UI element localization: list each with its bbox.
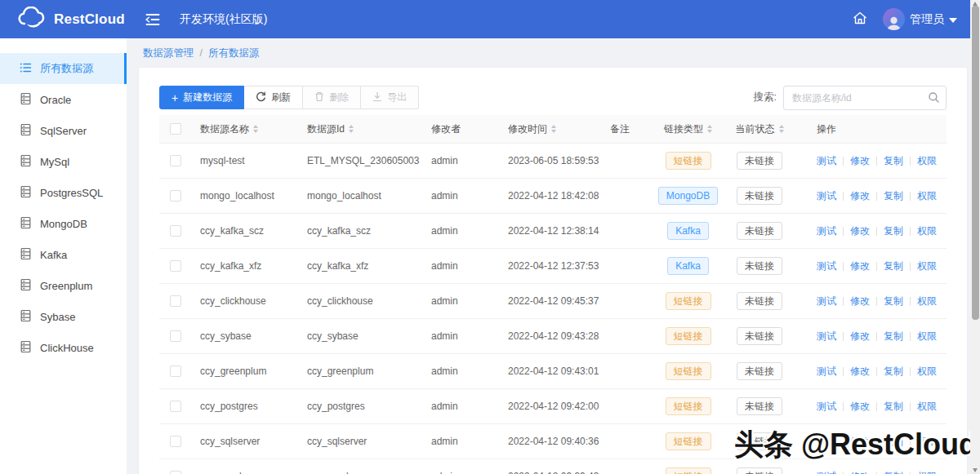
action-link-copy[interactable]: 复制 [884, 189, 903, 203]
action-link-test[interactable]: 测试 [817, 189, 836, 203]
row-checkbox[interactable] [170, 295, 181, 307]
action-divider [910, 297, 911, 306]
action-divider [876, 402, 877, 411]
action-link-permission[interactable]: 权限 [917, 295, 937, 308]
datasource-name-cell: ccy_sybase [192, 330, 302, 342]
action-link-copy[interactable]: 复制 [884, 154, 903, 168]
action-link-test[interactable]: 测试 [817, 470, 836, 474]
action-link-test[interactable]: 测试 [817, 154, 836, 168]
action-link-permission[interactable]: 权限 [917, 154, 937, 168]
sidebar-item-oracle[interactable]: Oracle [0, 84, 127, 115]
action-link-edit[interactable]: 修改 [850, 189, 870, 203]
status-cell: 未链接 [723, 397, 796, 415]
action-link-edit[interactable]: 修改 [850, 365, 870, 379]
breadcrumb: 数据源管理 / 所有数据源 [127, 38, 980, 68]
scrollbar-thumb[interactable] [972, 6, 979, 320]
home-icon[interactable] [852, 10, 868, 29]
row-checkbox[interactable] [170, 401, 181, 412]
export-button[interactable]: 导出 [361, 86, 419, 109]
action-link-test[interactable]: 测试 [817, 330, 836, 343]
scroll-down-arrow-icon[interactable] [973, 468, 978, 472]
sidebar-item-postgressql[interactable]: PostgresSQL [0, 177, 127, 208]
list-icon [20, 62, 32, 76]
sidebar-item-kafka[interactable]: Kafka [0, 239, 127, 270]
header-cell[interactable]: 当前状态 [723, 122, 796, 136]
row-checkbox-cell [159, 260, 192, 272]
action-link-permission[interactable]: 权限 [917, 189, 937, 203]
action-link-permission[interactable]: 权限 [917, 470, 937, 474]
action-link-test[interactable]: 测试 [817, 400, 836, 414]
row-checkbox[interactable] [170, 436, 181, 447]
row-checkbox[interactable] [170, 225, 181, 237]
action-link-permission[interactable]: 权限 [917, 224, 937, 238]
search-icon[interactable] [928, 91, 940, 107]
sort-icon[interactable] [779, 125, 784, 133]
action-link-permission[interactable]: 权限 [917, 365, 937, 379]
row-checkbox[interactable] [170, 365, 181, 377]
action-link-permission[interactable]: 权限 [917, 259, 937, 273]
action-link-edit[interactable]: 修改 [850, 470, 870, 474]
sidebar-item-label: Sybase [40, 311, 75, 323]
brand-logo[interactable]: RestCloud [0, 7, 129, 33]
header-cell-checkbox [159, 123, 192, 135]
user-menu[interactable]: 管理员 [883, 8, 957, 30]
action-link-copy[interactable]: 复制 [884, 400, 903, 414]
header-cell[interactable]: 链接类型 [653, 122, 723, 136]
main-content: 数据源管理 / 所有数据源 + 新建数据源 刷新 [127, 38, 980, 474]
search-input[interactable] [783, 86, 947, 110]
action-link-edit[interactable]: 修改 [850, 400, 870, 414]
action-link-permission[interactable]: 权限 [917, 400, 937, 414]
action-link-copy[interactable]: 复制 [884, 365, 903, 379]
action-link-edit[interactable]: 修改 [850, 330, 870, 343]
row-checkbox[interactable] [170, 260, 181, 272]
datasource-name-cell: mysql-test [192, 155, 302, 166]
row-checkbox[interactable] [170, 330, 181, 342]
action-link-copy[interactable]: 复制 [884, 330, 903, 343]
refresh-button[interactable]: 刷新 [244, 86, 303, 109]
sidebar-item-greenplum[interactable]: Greenplum [0, 270, 127, 301]
breadcrumb-section[interactable]: 数据源管理 [143, 47, 194, 60]
sidebar-item--[interactable]: 所有数据源 [0, 53, 127, 84]
refresh-icon [256, 91, 266, 104]
row-checkbox[interactable] [170, 155, 181, 166]
action-link-edit[interactable]: 修改 [850, 224, 870, 238]
sort-icon[interactable] [349, 125, 354, 133]
sidebar-item-sybase[interactable]: Sybase [0, 301, 127, 332]
action-link-copy[interactable]: 复制 [884, 259, 903, 273]
delete-button[interactable]: 删除 [303, 86, 361, 109]
action-link-test[interactable]: 测试 [817, 259, 836, 273]
sidebar-item-mongodb[interactable]: MongoDB [0, 208, 127, 239]
sort-icon[interactable] [707, 125, 712, 133]
download-icon [372, 91, 382, 104]
sidebar-item-sqlserver[interactable]: SqlServer [0, 115, 127, 146]
new-datasource-button[interactable]: + 新建数据源 [159, 86, 244, 109]
sidebar-item-label: Oracle [40, 94, 71, 106]
header-cell[interactable]: 数据源名称 [192, 122, 302, 136]
action-link-copy[interactable]: 复制 [884, 295, 903, 308]
menu-fold-icon[interactable] [144, 11, 162, 29]
action-link-edit[interactable]: 修改 [850, 259, 870, 273]
action-link-edit[interactable]: 修改 [850, 295, 870, 308]
column-label: 修改时间 [508, 122, 547, 136]
sort-icon[interactable] [551, 125, 556, 133]
action-link-copy[interactable]: 复制 [884, 224, 903, 238]
database-icon [20, 309, 32, 325]
status-badge: 未链接 [737, 467, 782, 474]
datasource-name-cell: ccy_sqlserver [192, 436, 302, 447]
header-cell[interactable]: 修改时间 [498, 122, 604, 136]
sort-icon[interactable] [253, 125, 258, 133]
action-link-permission[interactable]: 权限 [917, 330, 937, 343]
header-cell[interactable]: 数据源Id [302, 122, 425, 136]
vertical-scrollbar[interactable] [970, 0, 980, 474]
sidebar-item-clickhouse[interactable]: ClickHouse [0, 332, 127, 363]
action-divider [843, 402, 844, 411]
action-link-test[interactable]: 测试 [817, 224, 836, 238]
action-link-test[interactable]: 测试 [817, 365, 836, 379]
action-link-test[interactable]: 测试 [817, 295, 836, 308]
row-checkbox[interactable] [170, 190, 181, 202]
row-checkbox[interactable] [170, 471, 181, 474]
action-link-copy[interactable]: 复制 [884, 470, 903, 474]
select-all-checkbox[interactable] [170, 123, 181, 135]
action-link-edit[interactable]: 修改 [850, 154, 870, 168]
sidebar-item-mysql[interactable]: MySql [0, 146, 127, 177]
